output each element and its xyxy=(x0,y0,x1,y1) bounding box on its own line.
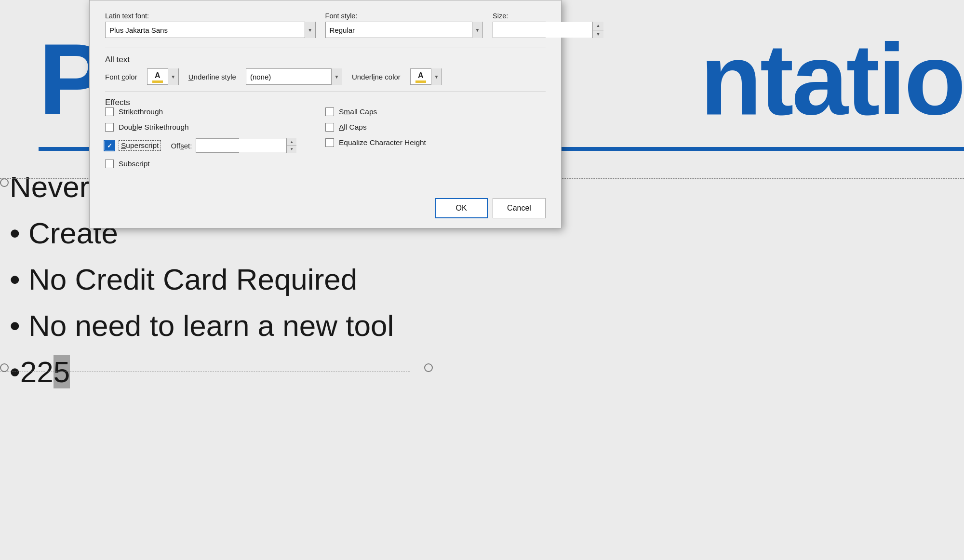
font-color-bar xyxy=(152,80,163,83)
strikethrough-checkbox[interactable] xyxy=(105,107,114,116)
offset-spin-buttons: ▲ ▼ xyxy=(286,138,296,153)
superscript-checkbox[interactable] xyxy=(105,141,114,150)
font-size-decrement[interactable]: ▼ xyxy=(593,30,603,39)
effects-col-left: Strikethrough Double Strikethrough Super… xyxy=(105,107,325,175)
underline-style-select[interactable]: (none) xyxy=(246,68,342,85)
underline-color-bar xyxy=(415,80,426,83)
ok-button[interactable]: OK xyxy=(435,198,488,218)
all-caps-checkbox[interactable] xyxy=(325,123,334,132)
double-strikethrough-row: Double Strikethrough xyxy=(105,123,325,132)
font-color-swatch: A xyxy=(147,70,168,83)
offset-label: Offset: xyxy=(171,142,192,150)
double-strikethrough-checkbox[interactable] xyxy=(105,123,114,132)
underline-style-arrow[interactable] xyxy=(331,68,342,85)
font-size-input[interactable]: 22 xyxy=(493,22,592,38)
equalize-char-height-checkbox[interactable] xyxy=(325,138,334,147)
underline-style-label: Underline style xyxy=(188,73,236,81)
offset-spinbox[interactable]: 30% ▲ ▼ xyxy=(196,138,239,153)
effects-section-title: Effects xyxy=(105,98,130,107)
font-style-group: Font style: Regular xyxy=(325,12,483,38)
underline-color-swatch: A xyxy=(411,70,431,83)
latin-font-label: Latin text font: xyxy=(105,12,316,20)
underline-color-icon: A xyxy=(415,70,427,83)
small-caps-checkbox[interactable] xyxy=(325,107,334,116)
latin-font-arrow[interactable] xyxy=(305,22,315,38)
offset-input[interactable]: 30% xyxy=(196,139,286,152)
font-color-label: Font color xyxy=(105,73,137,81)
all-caps-row: All Caps xyxy=(325,123,546,132)
cancel-button[interactable]: Cancel xyxy=(493,198,546,218)
font-main-row: Latin text font: Plus Jakarta Sans Font … xyxy=(105,12,546,38)
all-text-row: Font color A Underline style (none) xyxy=(105,68,546,85)
all-caps-label: All Caps xyxy=(339,123,367,132)
superscript-row: Superscript Offset: 30% ▲ ▼ xyxy=(105,138,325,153)
effects-section: Effects Strikethrough Double Strikethrou… xyxy=(105,92,546,175)
font-size-spinbox[interactable]: 22 ▲ ▼ xyxy=(493,22,546,38)
superscript-label: Superscript xyxy=(119,140,161,151)
dialog-footer: OK Cancel xyxy=(90,191,561,228)
offset-decrement[interactable]: ▼ xyxy=(287,146,296,153)
font-style-arrow[interactable] xyxy=(472,22,482,38)
font-style-label: Font style: xyxy=(325,12,483,20)
font-style-select[interactable]: Regular xyxy=(325,22,483,38)
font-style-value: Regular xyxy=(330,26,472,34)
effects-col-right: Small Caps All Caps Equalize Character H… xyxy=(325,107,546,175)
strikethrough-row: Strikethrough xyxy=(105,107,325,116)
equalize-char-height-label: Equalize Character Height xyxy=(339,138,426,147)
double-strikethrough-label: Double Strikethrough xyxy=(119,123,189,132)
subscript-checkbox[interactable] xyxy=(105,160,114,168)
underline-color-a-letter: A xyxy=(418,72,424,80)
strikethrough-label: Strikethrough xyxy=(119,107,163,116)
subscript-label: Subscript xyxy=(119,160,150,168)
font-size-group: Size: 22 ▲ ▼ xyxy=(493,12,546,38)
underline-color-button[interactable]: A xyxy=(410,68,442,85)
offset-increment[interactable]: ▲ xyxy=(287,138,296,146)
equalize-char-height-row: Equalize Character Height xyxy=(325,138,546,147)
latin-font-value: Plus Jakarta Sans xyxy=(109,26,305,34)
font-size-label: Size: xyxy=(493,12,546,20)
latin-font-group: Latin text font: Plus Jakarta Sans xyxy=(105,12,316,38)
offset-group: Offset: 30% ▲ ▼ xyxy=(171,138,239,153)
small-caps-row: Small Caps xyxy=(325,107,546,116)
subscript-row: Subscript xyxy=(105,160,325,168)
all-text-section-label: All text xyxy=(105,55,546,65)
font-size-increment[interactable]: ▲ xyxy=(593,22,603,30)
underline-color-arrow[interactable] xyxy=(431,68,442,85)
font-size-spin-buttons: ▲ ▼ xyxy=(592,22,603,38)
underline-color-label: Underline color xyxy=(352,73,401,81)
underline-style-value: (none) xyxy=(250,73,331,81)
latin-font-select[interactable]: Plus Jakarta Sans xyxy=(105,22,316,38)
font-dialog: Latin text font: Plus Jakarta Sans Font … xyxy=(89,0,562,228)
small-caps-label: Small Caps xyxy=(339,107,377,116)
font-color-arrow[interactable] xyxy=(168,68,178,85)
effects-grid: Strikethrough Double Strikethrough Super… xyxy=(105,107,546,175)
all-text-section: All text Font color A Underline style xyxy=(105,48,546,85)
font-color-a-letter: A xyxy=(155,72,161,80)
font-color-icon: A xyxy=(151,70,164,83)
font-color-button[interactable]: A xyxy=(147,68,179,85)
